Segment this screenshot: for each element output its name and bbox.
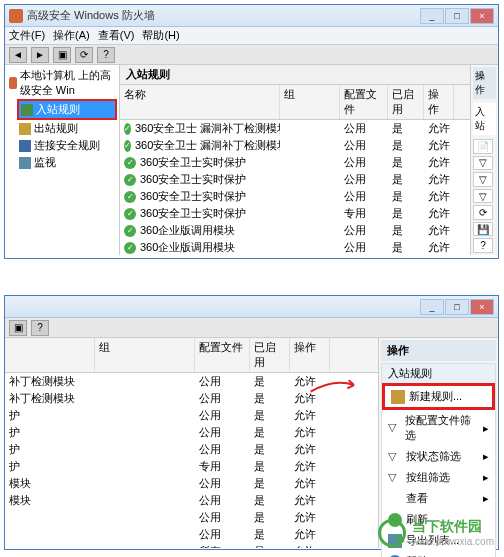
col-group[interactable]: 组 xyxy=(95,338,195,372)
col-profile[interactable]: 配置文件 xyxy=(195,338,250,372)
col-enabled[interactable]: 已启用 xyxy=(388,85,424,119)
rule-action: 允许 xyxy=(290,442,330,457)
table-row[interactable]: 护专用是允许 xyxy=(5,458,378,475)
menu-help[interactable]: 帮助(H) xyxy=(142,28,179,43)
forward-button[interactable]: ► xyxy=(31,47,49,63)
close-button[interactable]: × xyxy=(470,8,494,24)
table-row[interactable]: ✓360企业版调用模块公用是允许 xyxy=(120,222,470,239)
tree-sidebar: 本地计算机 上的高级安全 Win 入站规则 出站规则 连接安全规则 监视 xyxy=(5,65,120,255)
toolbar: ▣ ? xyxy=(5,318,498,338)
col-enabled[interactable]: 已启用 xyxy=(250,338,290,372)
help-button[interactable]: ? xyxy=(97,47,115,63)
table-row[interactable]: ✓360安全卫士实时保护公用是允许 xyxy=(120,154,470,171)
check-icon: ✓ xyxy=(124,225,136,237)
table-row[interactable]: ✓360安全卫士实时保护公用是允许 xyxy=(120,171,470,188)
rule-group xyxy=(95,459,195,474)
rule-group xyxy=(95,527,195,542)
col-profile[interactable]: 配置文件 xyxy=(340,85,388,119)
table-row[interactable]: ✓360安全卫士 漏洞补丁检测模块公用是允许 xyxy=(120,120,470,137)
col-group[interactable]: 组 xyxy=(280,85,340,119)
table-row[interactable]: ✓360安全卫士实时保护专用是允许 xyxy=(120,205,470,222)
titlebar: 高级安全 Windows 防火墙 _ □ × xyxy=(5,5,498,27)
up-button[interactable]: ▣ xyxy=(53,47,71,63)
col-action[interactable]: 操作 xyxy=(290,338,330,372)
action-filter-group[interactable]: 按组筛选▸ xyxy=(382,467,495,488)
refresh-button[interactable]: ⟳ xyxy=(75,47,93,63)
table-row[interactable]: 公用是允许 xyxy=(5,526,378,543)
rule-profile: 公用 xyxy=(340,240,388,255)
rule-enabled: 是 xyxy=(388,155,424,170)
rule-action: 允许 xyxy=(290,527,330,542)
minimize-button[interactable]: _ xyxy=(420,299,444,315)
action-filter-state[interactable]: 按状态筛选▸ xyxy=(382,446,495,467)
tree-outbound-rules[interactable]: 出站规则 xyxy=(17,120,117,137)
table-row[interactable]: 公用是允许 xyxy=(5,509,378,526)
table-row[interactable]: ✓360安全卫士 漏洞补丁检测模块公用是允许 xyxy=(120,137,470,154)
rule-profile: 公用 xyxy=(195,408,250,423)
menu-file[interactable]: 文件(F) xyxy=(9,28,45,43)
tree-root[interactable]: 本地计算机 上的高级安全 Win xyxy=(7,67,117,99)
minimize-button[interactable]: _ xyxy=(420,8,444,24)
tree-inbound-rules[interactable]: 入站规则 xyxy=(17,99,117,120)
check-icon: ✓ xyxy=(124,140,131,152)
rule-name: 360企业版调用模块 xyxy=(140,240,235,255)
col-action[interactable]: 操作 xyxy=(424,85,454,119)
rule-enabled: 是 xyxy=(250,442,290,457)
action-filter3-icon[interactable]: ▽ xyxy=(473,189,493,204)
rule-enabled: 是 xyxy=(250,408,290,423)
rule-profile: 公用 xyxy=(340,155,388,170)
table-row[interactable]: 模块公用是允许 xyxy=(5,492,378,509)
check-icon: ✓ xyxy=(124,123,131,135)
rule-profile: 公用 xyxy=(340,189,388,204)
action-filter2-icon[interactable]: ▽ xyxy=(473,172,493,187)
rule-action: 允许 xyxy=(424,189,454,204)
action-new-icon[interactable]: 📄 xyxy=(473,139,493,154)
rule-name: 360安全卫士实时保护 xyxy=(140,155,246,170)
action-view[interactable]: 查看▸ xyxy=(382,488,495,509)
close-button[interactable]: × xyxy=(470,299,494,315)
tool-button[interactable]: ▣ xyxy=(9,320,27,336)
col-name[interactable]: 名称 xyxy=(120,85,280,119)
action-export-icon[interactable]: 💾 xyxy=(473,222,493,237)
rule-profile: 专用 xyxy=(340,206,388,221)
menu-action[interactable]: 操作(A) xyxy=(53,28,90,43)
table-row[interactable]: ✓360安全卫士实时保护公用是允许 xyxy=(120,188,470,205)
tree-monitor[interactable]: 监视 xyxy=(17,154,117,171)
table-row[interactable]: ✓360企业版调用模块公用是允许 xyxy=(120,239,470,255)
table-row[interactable]: 护公用是允许 xyxy=(5,424,378,441)
action-help[interactable]: ?帮助 xyxy=(382,551,495,557)
rule-group xyxy=(280,240,340,255)
maximize-button[interactable]: □ xyxy=(445,8,469,24)
action-new-rule[interactable]: 新建规则... xyxy=(382,383,495,410)
action-help-icon[interactable]: ? xyxy=(473,238,493,253)
action-filter-icon[interactable]: ▽ xyxy=(473,156,493,171)
watermark-text: 当下软件园 xyxy=(412,518,494,536)
menu-view[interactable]: 查看(V) xyxy=(98,28,135,43)
tree-connection-rules[interactable]: 连接安全规则 xyxy=(17,137,117,154)
rule-action: 允许 xyxy=(424,121,454,136)
tool-button[interactable]: ? xyxy=(31,320,49,336)
table-row[interactable]: 模块公用是允许 xyxy=(5,475,378,492)
rule-group xyxy=(95,374,195,389)
action-refresh-icon[interactable]: ⟳ xyxy=(473,205,493,220)
check-icon: ✓ xyxy=(124,191,136,203)
rule-enabled: 是 xyxy=(388,206,424,221)
table-row[interactable]: 护公用是允许 xyxy=(5,407,378,424)
table-row[interactable]: 所有是允许 xyxy=(5,543,378,548)
table-row[interactable]: 补丁检测模块公用是允许 xyxy=(5,373,378,390)
table-row[interactable]: 护公用是允许 xyxy=(5,441,378,458)
filter-icon xyxy=(388,450,402,464)
back-button[interactable]: ◄ xyxy=(9,47,27,63)
rule-profile: 公用 xyxy=(195,374,250,389)
table-row[interactable]: 补丁检测模块公用是允许 xyxy=(5,390,378,407)
rule-profile: 公用 xyxy=(195,510,250,525)
rules-table: 补丁检测模块公用是允许补丁检测模块公用是允许护公用是允许护公用是允许护公用是允许… xyxy=(5,373,378,548)
action-filter-profile[interactable]: 按配置文件筛选▸ xyxy=(382,410,495,446)
maximize-button[interactable]: □ xyxy=(445,299,469,315)
col-name[interactable] xyxy=(5,338,95,372)
rule-enabled: 是 xyxy=(388,223,424,238)
rule-enabled: 是 xyxy=(250,476,290,491)
rule-action: 允许 xyxy=(424,240,454,255)
titlebar: _ □ × xyxy=(5,296,498,318)
rule-action: 允许 xyxy=(424,138,454,153)
